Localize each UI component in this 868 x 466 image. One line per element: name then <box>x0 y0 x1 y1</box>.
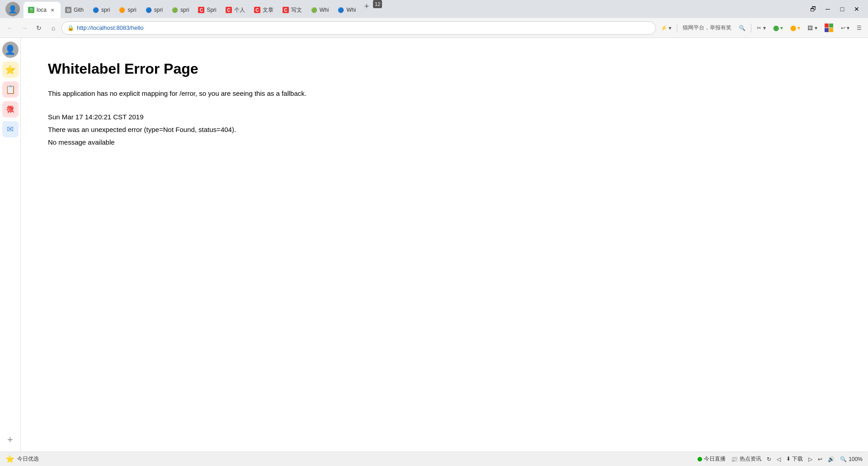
tab-favicon-cspri: C <box>198 7 204 13</box>
add-icon: + <box>7 434 13 446</box>
scissors-extension[interactable]: ✂ ▾ <box>754 22 768 34</box>
close-window-button[interactable]: ✕ <box>851 3 863 15</box>
today-picks-label[interactable]: 今日优选 <box>17 455 39 463</box>
catnet-label: 猫网平台，举报有奖 <box>683 24 731 32</box>
tab-favicon-spri2: 🟠 <box>119 7 125 13</box>
hotspot-icon: 📰 <box>731 456 738 462</box>
maximize-window-button[interactable]: □ <box>836 3 848 15</box>
tab-favicon-geren: C <box>226 7 232 13</box>
zoom-level[interactable]: 🔍 100% <box>840 456 863 462</box>
hotspot-label: 热点资讯 <box>740 455 761 463</box>
tab-bar: 🍃 loca ✕ ⚙ Gith 🔵 spri 🟠 spri 🔵 spri <box>24 0 806 18</box>
back-button[interactable]: ← <box>4 22 16 34</box>
bottom-bar: ⭐ 今日优选 今日直播 📰 热点资讯 ↻ ◁ ⬇ 下载 ▷ ↩ 🔊 🔍 100% <box>0 452 868 466</box>
img-extension[interactable]: 🖼 ▾ <box>805 22 820 34</box>
toolbar-separator-2 <box>751 24 751 33</box>
refresh-button[interactable]: ↻ <box>33 22 45 34</box>
browser-body: 👤 ⭐ 📋 微 ✉ + Whitelabel Error Page Thi <box>0 38 868 452</box>
tab-whi1[interactable]: 🟢 Whi <box>307 2 334 18</box>
sidebar-bookmark[interactable]: 📋 <box>2 81 19 98</box>
zoom-value: 100% <box>849 456 863 462</box>
arrow-left-btn[interactable]: ◁ <box>777 456 781 462</box>
tab-active-loca[interactable]: 🍃 loca ✕ <box>24 2 61 18</box>
sidebar-mail[interactable]: ✉ <box>2 121 19 137</box>
nav-bar: ← → ↻ ⌂ 🔒 http://localhost:8083/hello ⚡ … <box>0 18 868 38</box>
tab-cspri[interactable]: C Spri <box>193 2 221 18</box>
tab-count-badge[interactable]: 12 <box>373 0 382 8</box>
address-text: http://localhost:8083/hello <box>77 24 650 31</box>
sidebar-add[interactable]: + <box>2 432 19 448</box>
tab-label-xiewen: 写文 <box>291 6 302 14</box>
tab-wenzhang[interactable]: C 文章 <box>250 2 278 18</box>
tab-label-loca: loca <box>37 7 47 13</box>
page-body: This application has no explicit mapping… <box>48 88 841 148</box>
tab-spri2[interactable]: 🟠 spri <box>114 2 141 18</box>
sidebar-star[interactable]: ⭐ <box>2 61 19 78</box>
tab-favicon-gith: ⚙ <box>65 7 71 13</box>
bottom-right: 今日直播 📰 热点资讯 ↻ ◁ ⬇ 下载 ▷ ↩ 🔊 🔍 100% <box>698 455 863 463</box>
page-message-line: No message available <box>48 137 841 148</box>
tab-label-spri3: spri <box>154 7 163 13</box>
tab-label-whi1: Whi <box>320 7 329 13</box>
live-button[interactable]: 今日直播 <box>698 455 726 463</box>
tab-xiewen[interactable]: C 写文 <box>278 2 307 18</box>
sidebar-weibo[interactable]: 微 <box>2 101 19 118</box>
address-bar[interactable]: 🔒 http://localhost:8083/hello <box>61 21 656 35</box>
star-icon: ⭐ <box>5 64 16 75</box>
bookmark-icon: 📋 <box>5 85 15 94</box>
tab-label-cspri: Spri <box>207 7 216 13</box>
weibo-icon: 微 <box>7 105 14 114</box>
mail-icon: ✉ <box>7 124 14 134</box>
sidebar: 👤 ⭐ 📋 微 ✉ + <box>0 38 21 452</box>
zoom-icon: 🔍 <box>840 456 847 462</box>
right-toolbar: ⚡ ▾ 猫网平台，举报有奖 🔍 ✂ ▾ ⬤ ▾ ⬤ ▾ 🖼 ▾ ↩ ▾ <box>658 22 864 34</box>
tab-spri4[interactable]: 🟢 spri <box>167 2 193 18</box>
tab-favicon-whi2: 🔵 <box>338 7 344 13</box>
feedback-btn[interactable]: ↩ <box>818 456 822 462</box>
tab-close-loca[interactable]: ✕ <box>49 6 56 14</box>
windows-grid-icon <box>825 24 834 33</box>
main-content: Whitelabel Error Page This application h… <box>21 38 868 452</box>
tab-favicon-loca: 🍃 <box>28 7 34 13</box>
search-button[interactable]: 🔍 <box>736 22 748 34</box>
tab-label-gith: Gith <box>74 7 84 13</box>
tab-label-geren: 个人 <box>234 6 245 14</box>
restore-window-button[interactable]: 🗗 <box>807 3 819 15</box>
tab-whi2[interactable]: 🔵 Whi <box>333 2 360 18</box>
tab-label-spri2: spri <box>127 7 136 13</box>
lightning-button[interactable]: ⚡ ▾ <box>658 22 674 34</box>
tab-label-wenzhang: 文章 <box>263 6 274 14</box>
page-error-line: There was an unexpected error (type=Not … <box>48 124 841 135</box>
forward-button[interactable]: → <box>18 22 31 34</box>
user-avatar[interactable]: 👤 <box>5 2 20 16</box>
forward-btn2[interactable]: ▷ <box>808 456 812 462</box>
hotspot-button[interactable]: 📰 热点资讯 <box>731 455 761 463</box>
tab-label-spri1: spri <box>101 7 110 13</box>
minimize-window-button[interactable]: ─ <box>822 3 834 15</box>
tab-gith[interactable]: ⚙ Gith <box>61 2 88 18</box>
tab-spri1[interactable]: 🔵 spri <box>88 2 114 18</box>
undo-button[interactable]: ↩ ▾ <box>838 22 852 34</box>
tab-favicon-xiewen: C <box>283 7 289 13</box>
catnet-search[interactable]: 猫网平台，举报有奖 <box>680 22 734 34</box>
tab-spri3[interactable]: 🔵 spri <box>141 2 167 18</box>
toolbar-separator-1 <box>677 24 677 33</box>
windows-grid-button[interactable] <box>822 22 836 34</box>
window-controls: 🗗 ─ □ ✕ <box>807 3 864 15</box>
lock-icon: 🔒 <box>67 25 74 31</box>
green-extension[interactable]: ⬤ ▾ <box>770 22 786 34</box>
sound-btn[interactable]: 🔊 <box>828 456 835 462</box>
tab-geren[interactable]: C 个人 <box>221 2 250 18</box>
home-button[interactable]: ⌂ <box>47 22 60 34</box>
tab-favicon-spri3: 🔵 <box>146 7 152 13</box>
new-tab-button[interactable]: + <box>360 0 373 13</box>
bottom-star-icon: ⭐ <box>5 455 14 463</box>
download-btn[interactable]: ⬇ 下载 <box>786 455 803 463</box>
sidebar-avatar[interactable]: 👤 <box>2 42 19 58</box>
yellow-extension[interactable]: ⬤ ▾ <box>788 22 803 34</box>
refresh-icon-btn[interactable]: ↻ <box>767 456 771 462</box>
tab-label-whi2: Whi <box>346 7 356 13</box>
tab-favicon-spri4: 🟢 <box>172 7 178 13</box>
page-description: This application has no explicit mapping… <box>48 88 841 99</box>
menu-button[interactable]: ☰ <box>854 22 864 34</box>
